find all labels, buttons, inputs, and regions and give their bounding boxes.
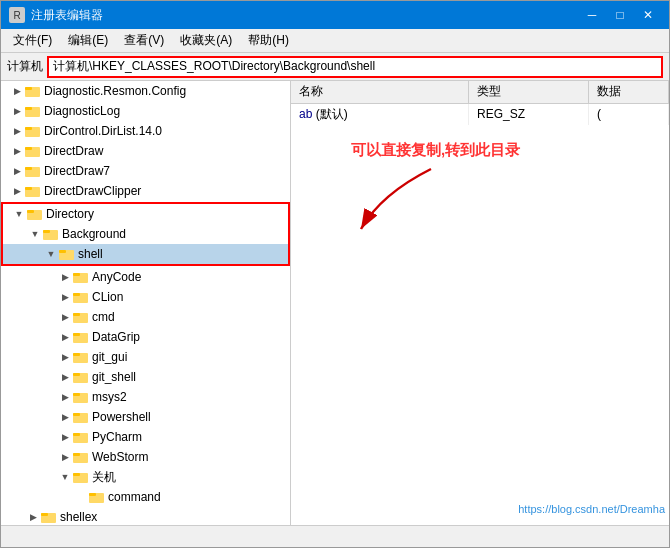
directory-red-border: ▼ Directory ▼ Background ▼ — [1, 202, 290, 266]
folder-icon — [73, 310, 89, 324]
tree-item-git-gui[interactable]: ▶ git_gui — [1, 347, 290, 367]
menu-view[interactable]: 查看(V) — [116, 30, 172, 51]
table-row[interactable]: ab (默认) REG_SZ ( — [291, 103, 669, 125]
tree-item-command[interactable]: command — [1, 487, 290, 507]
svg-rect-35 — [73, 433, 80, 436]
tree-item-anycode[interactable]: ▶ AnyCode — [1, 267, 290, 287]
svg-rect-1 — [25, 87, 32, 90]
close-button[interactable]: ✕ — [635, 5, 661, 25]
tree-item-cmd[interactable]: ▶ cmd — [1, 307, 290, 327]
item-label: shellex — [60, 510, 97, 524]
registry-table: 名称 类型 数据 ab (默认) REG_SZ ( — [291, 81, 669, 125]
item-label: AnyCode — [92, 270, 141, 284]
folder-icon — [89, 490, 105, 504]
expand-icon: ▶ — [57, 449, 73, 465]
folder-icon — [25, 124, 41, 138]
expand-icon: ▶ — [57, 309, 73, 325]
folder-icon — [73, 430, 89, 444]
menu-favorites[interactable]: 收藏夹(A) — [172, 30, 240, 51]
svg-rect-31 — [73, 393, 80, 396]
expand-icon: ▶ — [57, 369, 73, 385]
item-label: Powershell — [92, 410, 151, 424]
expand-icon: ▼ — [11, 206, 27, 222]
tree-item-diagnostic[interactable]: ▶ Diagnostic.Resmon.Config — [1, 81, 290, 101]
right-panel: 名称 类型 数据 ab (默认) REG_SZ ( 可以直接复制,转到此目录 — [291, 81, 669, 525]
expand-icon: ▼ — [43, 246, 59, 262]
tree-item-datagrip[interactable]: ▶ DataGrip — [1, 327, 290, 347]
tree-item-powershell[interactable]: ▶ Powershell — [1, 407, 290, 427]
tree-item-diagnosticlog[interactable]: ▶ DiagnosticLog — [1, 101, 290, 121]
folder-icon — [73, 330, 89, 344]
svg-rect-11 — [25, 187, 32, 190]
item-label: PyCharm — [92, 430, 142, 444]
expand-icon: ▶ — [9, 143, 25, 159]
tree-item-msys2[interactable]: ▶ msys2 — [1, 387, 290, 407]
tree-item-directdraw[interactable]: ▶ DirectDraw — [1, 141, 290, 161]
item-label: msys2 — [92, 390, 127, 404]
folder-icon — [25, 104, 41, 118]
expand-icon: ▶ — [57, 429, 73, 445]
menu-bar: 文件(F) 编辑(E) 查看(V) 收藏夹(A) 帮助(H) — [1, 29, 669, 53]
item-label: DirectDrawClipper — [44, 184, 141, 198]
window-title: 注册表编辑器 — [31, 7, 103, 24]
maximize-button[interactable]: □ — [607, 5, 633, 25]
item-label: cmd — [92, 310, 115, 324]
cell-data: ( — [589, 103, 669, 125]
tree-item-shellex[interactable]: ▶ shellex — [1, 507, 290, 525]
menu-edit[interactable]: 编辑(E) — [60, 30, 116, 51]
menu-file[interactable]: 文件(F) — [5, 30, 60, 51]
tree-item-background[interactable]: ▼ Background — [3, 224, 288, 244]
registry-editor-window: R 注册表编辑器 ─ □ ✕ 文件(F) 编辑(E) 查看(V) 收藏夹(A) … — [0, 0, 670, 548]
minimize-button[interactable]: ─ — [579, 5, 605, 25]
folder-icon — [73, 410, 89, 424]
address-input[interactable] — [47, 56, 663, 78]
tree-item-dircontrol[interactable]: ▶ DirControl.DirList.14.0 — [1, 121, 290, 141]
tree-panel[interactable]: ▶ Diagnostic.Resmon.Config ▶ DiagnosticL… — [1, 81, 291, 525]
tree-item-git-shell[interactable]: ▶ git_shell — [1, 367, 290, 387]
svg-rect-27 — [73, 353, 80, 356]
tree-item-pycharm[interactable]: ▶ PyCharm — [1, 427, 290, 447]
item-label: shell — [78, 247, 103, 261]
expand-icon: ▶ — [57, 289, 73, 305]
app-icon: R — [9, 7, 25, 23]
expand-icon: ▼ — [57, 469, 73, 485]
folder-icon — [25, 164, 41, 178]
svg-rect-19 — [73, 273, 80, 276]
folder-icon — [73, 390, 89, 404]
item-label: DirControl.DirList.14.0 — [44, 124, 162, 138]
item-label: 关机 — [92, 469, 116, 486]
svg-rect-25 — [73, 333, 80, 336]
expand-icon: ▶ — [57, 329, 73, 345]
tree-item-directory[interactable]: ▼ Directory — [3, 204, 288, 224]
expand-icon: ▶ — [9, 103, 25, 119]
svg-rect-37 — [73, 453, 80, 456]
folder-icon — [73, 270, 89, 284]
expand-icon: ▶ — [57, 389, 73, 405]
cell-name: ab (默认) — [291, 103, 469, 125]
watermark: https://blog.csdn.net/Dreamha — [518, 503, 665, 515]
svg-rect-41 — [89, 493, 96, 496]
tree-item-clion[interactable]: ▶ CLion — [1, 287, 290, 307]
item-label: CLion — [92, 290, 123, 304]
expand-icon: ▼ — [27, 226, 43, 242]
tree-item-directdraw7[interactable]: ▶ DirectDraw7 — [1, 161, 290, 181]
annotation-text: 可以直接复制,转到此目录 — [351, 141, 520, 158]
tree-item-shell[interactable]: ▼ shell — [3, 244, 288, 264]
item-label: DirectDraw — [44, 144, 103, 158]
svg-rect-15 — [43, 230, 50, 233]
tree-item-guanji[interactable]: ▼ 关机 — [1, 467, 290, 487]
expand-icon: ▶ — [9, 183, 25, 199]
folder-icon — [43, 227, 59, 241]
item-label: command — [108, 490, 161, 504]
expand-icon: ▶ — [57, 349, 73, 365]
item-label: DirectDraw7 — [44, 164, 110, 178]
tree-item-webstorm[interactable]: ▶ WebStorm — [1, 447, 290, 467]
svg-rect-5 — [25, 127, 32, 130]
tree-item-directdrawclipper[interactable]: ▶ DirectDrawClipper — [1, 181, 290, 201]
menu-help[interactable]: 帮助(H) — [240, 30, 297, 51]
column-name: 名称 — [291, 81, 469, 103]
main-area: ▶ Diagnostic.Resmon.Config ▶ DiagnosticL… — [1, 81, 669, 525]
item-label: git_gui — [92, 350, 127, 364]
title-bar-left: R 注册表编辑器 — [9, 7, 103, 24]
folder-icon — [73, 450, 89, 464]
